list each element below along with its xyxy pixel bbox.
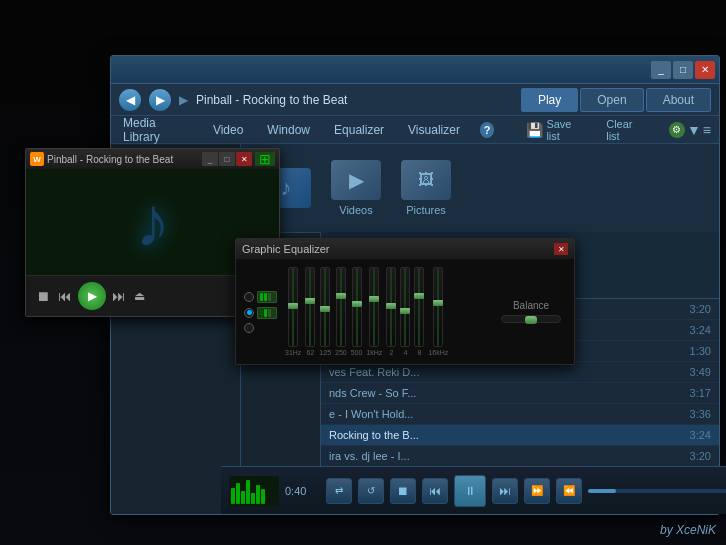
eq-slider-1[interactable] [305,267,315,347]
repeat-button[interactable]: ↺ [358,478,384,504]
wmp-maximize-button[interactable]: □ [673,61,693,79]
fast-forward-button[interactable]: ⏩ [524,478,550,504]
back-button[interactable]: ◀ [119,89,141,111]
videos-media-icon[interactable]: ▶ Videos [331,160,381,216]
winamp-stop-button[interactable]: ⏹ [34,286,52,306]
videos-icon-label: Videos [339,204,372,216]
winamp-grid-button[interactable]: ⊞ [255,152,275,166]
eq-slider-col-0: 31Hz [285,267,301,356]
eq-close-button[interactable]: ✕ [554,243,568,255]
wmp-addressbar: ◀ ▶ ▶ Pinball - Rocking to the Beat Play… [111,84,719,116]
eq-radio-dot-2 [244,308,254,318]
winamp-minimize-button[interactable]: _ [202,152,218,166]
transport-time: 0:40 [285,485,320,497]
playlist-item-3[interactable]: ves Feat. Reki D... 3:49 [321,362,719,383]
menu-visualizer[interactable]: Visualizer [404,121,464,139]
eq-freq-label-7: 4 [403,349,407,356]
options-icon[interactable]: ⚙ [669,122,685,138]
eq-radio-dot-3 [244,323,254,333]
prev-button[interactable]: ⏮ [422,478,448,504]
eq-slider-5[interactable] [369,267,379,347]
eq-radio-dot-1 [244,292,254,302]
tab-about[interactable]: About [646,88,711,112]
eq-slider-col-6: 2 [386,267,396,356]
eq-balance-area: Balance [496,267,566,356]
playlist-item-5[interactable]: e - I Won't Hold... 3:36 [321,404,719,425]
eq-slider-handle-8[interactable] [414,293,424,299]
eq-slider-handle-6[interactable] [386,303,396,309]
eq-window: Graphic Equalizer ✕ [235,238,575,365]
eq-freq-label-9: 16kHz [428,349,448,356]
menu-equalizer[interactable]: Equalizer [330,121,388,139]
eq-slider-9[interactable] [433,267,443,347]
eq-slider-6[interactable] [386,267,396,347]
eq-freq-label-3: 250 [335,349,347,356]
eq-slider-7[interactable] [400,267,410,347]
viz-bar-5 [251,493,255,503]
wmp-menubar: Media Library Video Window Equalizer Vis… [111,116,719,144]
playlist-item-7[interactable]: ira vs. dj lee - I... 3:20 [321,446,719,467]
wmp-minimize-button[interactable]: _ [651,61,671,79]
menu-video[interactable]: Video [209,121,247,139]
winamp-prev-button[interactable]: ⏮ [56,286,74,306]
eq-radio-1[interactable] [244,291,277,303]
menu-window[interactable]: Window [263,121,314,139]
eq-freq-label-6: 2 [389,349,393,356]
menu-media-library[interactable]: Media Library [119,114,193,146]
eq-balance-slider[interactable] [501,315,561,323]
tab-play[interactable]: Play [521,88,578,112]
clear-list-button[interactable]: Clear list [606,118,645,142]
winamp-maximize-button[interactable]: □ [219,152,235,166]
playlist-item-6-current[interactable]: Rocking to the B... 3:24 [321,425,719,446]
pictures-media-icon[interactable]: 🖼 Pictures [401,160,451,216]
eq-slider-col-9: 16kHz [428,267,448,356]
dropdown-icon[interactable]: ▼ [687,122,701,138]
shuffle-button[interactable]: ⇄ [326,478,352,504]
transport-visualizer [229,476,279,506]
winamp-next-button[interactable]: ⏭ [110,286,128,306]
eq-slider-handle-1[interactable] [305,298,315,304]
eq-slider-track-3 [340,268,342,346]
more-icon[interactable]: ≡ [703,122,711,138]
eq-slider-handle-9[interactable] [433,300,443,306]
eq-slider-handle-5[interactable] [369,296,379,302]
media-icons-area: ♪ ▶ Videos 🖼 Pictures [241,144,719,232]
winamp-tb-btn-group: _ □ ✕ [202,152,252,166]
forward-button[interactable]: ▶ [149,89,171,111]
winamp-titlebar-buttons: _ □ ✕ ⊞ [202,152,275,166]
viz-bar-1 [231,488,235,504]
eq-slider-handle-4[interactable] [352,301,362,307]
winamp-eject-button[interactable]: ⏏ [132,287,147,305]
eq-radio-2[interactable] [244,307,277,319]
transport-progress-bar[interactable] [588,489,726,493]
play-pause-button[interactable]: ⏸ [454,475,486,507]
stop-button[interactable]: ⏹ [390,478,416,504]
help-button[interactable]: ? [480,122,495,138]
eq-slider-4[interactable] [352,267,362,347]
wmp-close-button[interactable]: ✕ [695,61,715,79]
playlist-item-4[interactable]: nds Crew - So F... 3:17 [321,383,719,404]
eq-radio-3[interactable] [244,323,277,333]
eq-slider-handle-7[interactable] [400,308,410,314]
rewind-button[interactable]: ⏪ [556,478,582,504]
wmp-titlebar-buttons: _ □ ✕ [651,61,715,79]
eq-freq-label-2: 125 [319,349,331,356]
next-button[interactable]: ⏭ [492,478,518,504]
eq-balance-handle[interactable] [525,316,537,324]
eq-slider-handle-3[interactable] [336,293,346,299]
eq-slider-col-1: 62 [305,267,315,356]
tab-open[interactable]: Open [580,88,643,112]
eq-slider-2[interactable] [320,267,330,347]
eq-slider-8[interactable] [414,267,424,347]
eq-slider-3[interactable] [336,267,346,347]
winamp-close-button[interactable]: ✕ [236,152,252,166]
save-list-button[interactable]: 💾 Save list [526,118,582,142]
viz-bar-4 [246,480,250,503]
eq-slider-handle-2[interactable] [320,306,330,312]
eq-slider-0[interactable] [288,267,298,347]
eq-freq-label-1: 62 [306,349,314,356]
winamp-play-button[interactable]: ▶ [78,282,106,310]
winamp-logo: W [30,152,44,166]
eq-slider-track-4 [356,268,358,346]
eq-slider-handle-0[interactable] [288,303,298,309]
